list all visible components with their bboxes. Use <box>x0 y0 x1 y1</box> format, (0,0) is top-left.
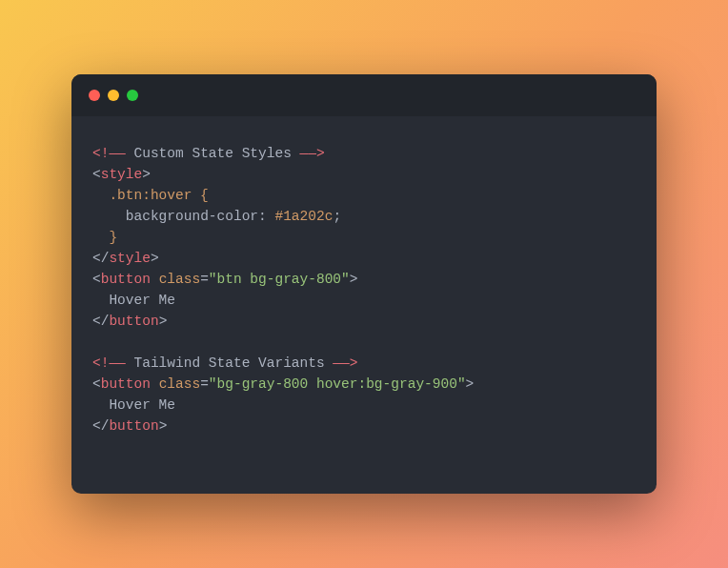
angle-bracket: < <box>92 272 101 287</box>
button-tag: button <box>101 272 151 287</box>
css-colon: : <box>258 209 274 224</box>
comment-text: Tailwind State Variants <box>126 355 334 371</box>
css-value: #1a202c <box>274 209 333 224</box>
angle-bracket: > <box>466 376 475 392</box>
code-block: <!—— Custom State Styles ——> <style> .bt… <box>71 116 657 494</box>
comment-open: <!—— <box>92 146 126 161</box>
css-property: background-color <box>126 209 258 224</box>
quote: " <box>457 376 466 392</box>
class-attr: class <box>159 272 201 287</box>
quote: " <box>209 376 217 392</box>
css-selector: .btn:hover { <box>92 188 209 203</box>
class-value: btn bg-gray-800 <box>217 272 342 287</box>
button-text: Hover Me <box>92 293 175 308</box>
close-icon[interactable] <box>89 90 100 101</box>
minimize-icon[interactable] <box>108 90 119 101</box>
angle-bracket: </ <box>92 314 109 329</box>
equals: = <box>200 376 209 392</box>
button-tag: button <box>101 376 151 392</box>
comment-text: Custom State Styles <box>126 146 300 161</box>
css-indent <box>92 209 126 224</box>
comment-close: ——> <box>333 355 357 371</box>
button-tag: button <box>109 418 158 434</box>
css-semi: ; <box>333 209 341 224</box>
angle-bracket: > <box>159 418 168 434</box>
code-window: <!—— Custom State Styles ——> <style> .bt… <box>71 74 657 494</box>
comment-open: <!—— <box>92 355 126 371</box>
angle-bracket: > <box>350 272 358 287</box>
class-value: bg-gray-800 hover:bg-gray-900 <box>217 376 457 392</box>
angle-bracket: > <box>159 314 168 329</box>
style-tag: style <box>109 251 151 266</box>
style-tag: style <box>101 167 143 182</box>
angle-bracket: </ <box>92 418 109 434</box>
space <box>151 376 159 392</box>
quote: " <box>209 272 217 287</box>
titlebar <box>71 74 657 116</box>
angle-bracket: < <box>92 376 101 392</box>
angle-bracket: </ <box>92 251 109 266</box>
button-text: Hover Me <box>92 397 175 413</box>
equals: = <box>200 272 209 287</box>
angle-bracket: < <box>92 167 101 182</box>
angle-bracket: > <box>151 251 159 266</box>
css-brace: } <box>92 230 117 245</box>
comment-close: ——> <box>300 146 325 161</box>
quote: " <box>341 272 350 287</box>
angle-bracket: > <box>142 167 151 182</box>
space <box>151 272 159 287</box>
button-tag: button <box>109 314 158 329</box>
maximize-icon[interactable] <box>127 90 138 101</box>
class-attr: class <box>159 376 201 392</box>
